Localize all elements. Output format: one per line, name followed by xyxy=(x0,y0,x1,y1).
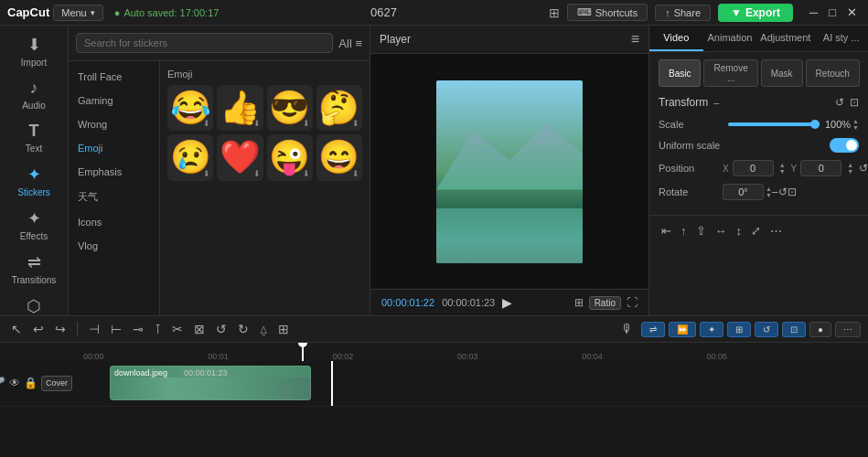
player-menu-button[interactable]: ≡ xyxy=(631,31,639,48)
uniform-scale-toggle[interactable] xyxy=(830,138,859,153)
crop-icon[interactable]: ⊞ xyxy=(574,296,584,309)
shortcuts-button[interactable]: ⌨ Shortcuts xyxy=(567,4,648,21)
filter-button[interactable]: All ≡ xyxy=(338,37,362,50)
sidebar-item-filters[interactable]: ⬡ Filters xyxy=(0,291,68,315)
tl-zoom-out-button[interactable]: ↺ xyxy=(212,320,230,338)
sticker-item-6[interactable]: 😜⬇ xyxy=(267,134,313,180)
ratio-button[interactable]: Ratio xyxy=(589,296,621,310)
tab-video[interactable]: Video xyxy=(649,26,703,51)
tl-mic-button[interactable]: 🎙 xyxy=(617,320,638,338)
subtab-basic[interactable]: Basic xyxy=(659,59,701,87)
align-v-icon[interactable]: ↕ xyxy=(734,221,745,240)
tl-split-left-button[interactable]: ⊣ xyxy=(85,320,103,338)
tab-ai-sty[interactable]: AI sty ... xyxy=(814,26,868,51)
align-left-icon[interactable]: ⇤ xyxy=(659,221,674,240)
rotate-down[interactable]: ▼ xyxy=(766,192,772,198)
tl-more-button[interactable]: ⋯ xyxy=(835,322,861,337)
track-eye-button[interactable]: 👁 xyxy=(9,377,20,389)
scale-spin-buttons: ▲ ▼ xyxy=(852,118,859,131)
sticker-item-7[interactable]: 😄⬇ xyxy=(316,134,362,180)
uniform-scale-label: Uniform scale xyxy=(659,140,720,151)
tl-mark-in-button[interactable]: ⊸ xyxy=(129,320,147,338)
sticker-nav-emoji[interactable]: Emoji xyxy=(69,136,159,160)
tl-del2-button[interactable]: ⊞ xyxy=(727,322,751,337)
sticker-item-5[interactable]: ❤️⬇ xyxy=(217,134,263,180)
copy-transform-button[interactable]: ⊡ xyxy=(850,96,859,109)
more-options-icon[interactable]: ⋯ xyxy=(767,221,785,240)
sticker-item-3[interactable]: 🤔⬇ xyxy=(316,85,362,131)
subtab-mask[interactable]: Mask xyxy=(761,59,803,87)
play-button[interactable]: ▶ xyxy=(502,295,512,310)
tl-select-button[interactable]: ↖ xyxy=(7,320,26,338)
pos-y-down[interactable]: ▼ xyxy=(847,168,853,175)
sidebar-item-stickers[interactable]: ✦ Stickers xyxy=(0,159,68,203)
cover-label[interactable]: Cover xyxy=(41,376,72,391)
position-y-input[interactable] xyxy=(800,160,841,176)
tl-split-right-button[interactable]: ⊢ xyxy=(107,320,125,338)
scale-up-button[interactable]: ▲ xyxy=(852,118,859,124)
sticker-nav-wrong[interactable]: Wrong xyxy=(69,112,159,136)
tl-redo-button[interactable]: ↪ xyxy=(51,320,70,338)
rotate-up[interactable]: ▲ xyxy=(766,186,772,192)
sticker-nav-tianqi[interactable]: 天气 xyxy=(69,184,159,210)
sidebar-item-text[interactable]: T Text xyxy=(0,116,68,159)
tl-rotate-button[interactable]: ↺ xyxy=(755,322,778,337)
tab-adjustment[interactable]: Adjustment xyxy=(756,26,814,51)
subtab-remove[interactable]: Remove ... xyxy=(703,59,757,87)
sticker-nav-gaming[interactable]: Gaming xyxy=(69,89,159,112)
pos-x-up[interactable]: ▲ xyxy=(779,162,786,168)
sticker-search-input[interactable] xyxy=(76,33,333,53)
sticker-nav-emphasis[interactable]: Emphasis xyxy=(69,160,159,184)
sidebar-item-transitions[interactable]: ⇌ Transitions xyxy=(0,247,68,291)
rotate-input[interactable] xyxy=(723,184,764,200)
distribute-h-icon[interactable]: ⤢ xyxy=(748,221,764,240)
tl-add-track-button[interactable]: ⊞ xyxy=(274,320,293,338)
tl-undo-button[interactable]: ↩ xyxy=(29,320,48,338)
scale-slider[interactable] xyxy=(728,122,820,126)
share-button[interactable]: ↑ Share xyxy=(655,5,711,21)
tl-mark-out-button[interactable]: ⊺ xyxy=(151,320,165,338)
sticker-item-2[interactable]: 😎⬇ xyxy=(267,85,313,131)
tl-zoom-in-button[interactable]: ↻ xyxy=(234,320,252,338)
sidebar-item-effects[interactable]: ✦ Effects xyxy=(0,203,68,247)
tl-fx-button[interactable]: ✦ xyxy=(700,322,723,337)
position-x-input[interactable] xyxy=(733,160,774,176)
sticker-item-1[interactable]: 👍⬇ xyxy=(217,85,263,131)
tab-animation[interactable]: Animation xyxy=(703,26,757,51)
subtab-retouch[interactable]: Retouch xyxy=(806,59,860,87)
pos-x-down[interactable]: ▼ xyxy=(779,168,786,175)
sticker-panel: All ≡ Troll Face Gaming Wrong Emoji Emph… xyxy=(69,26,370,315)
tl-speed-button[interactable]: ⏩ xyxy=(669,322,696,337)
close-button[interactable]: ✕ xyxy=(843,5,861,19)
export-button[interactable]: ▼ Export xyxy=(718,4,793,22)
sticker-item-4[interactable]: 😢⬇ xyxy=(167,134,213,180)
menu-button[interactable]: Menu xyxy=(53,5,103,21)
sticker-item-0[interactable]: 😂⬇ xyxy=(167,85,213,131)
tl-dot-button[interactable]: ● xyxy=(809,322,831,337)
rotate-copy-button[interactable]: ↺⊡ xyxy=(778,186,797,198)
align-top-icon[interactable]: ↑ xyxy=(678,221,690,240)
track-audio-button[interactable]: 🎤 xyxy=(0,377,5,389)
rotate-reset-button[interactable]: – xyxy=(772,186,778,198)
sidebar-item-import[interactable]: ⬇ Import xyxy=(0,29,68,73)
sticker-nav-icons[interactable]: Icons xyxy=(69,210,159,234)
tl-fit-button[interactable]: ⍙ xyxy=(256,320,271,338)
sidebar-item-audio[interactable]: ♪ Audio xyxy=(0,73,68,116)
tl-delete-button[interactable]: ⊠ xyxy=(190,320,209,338)
align-h-icon[interactable]: ↔ xyxy=(713,221,730,240)
video-clip[interactable]: download.jpeg 00:00:01:23 xyxy=(110,366,311,400)
reset-transform-button[interactable]: ↺ xyxy=(835,96,844,109)
pos-y-up[interactable]: ▲ xyxy=(847,162,853,168)
scale-down-button[interactable]: ▼ xyxy=(852,124,859,131)
align-center-h-icon[interactable]: ⇧ xyxy=(693,221,709,240)
reset-position-button[interactable]: ↺⊡ xyxy=(859,162,868,175)
track-lock-button[interactable]: 🔒 xyxy=(24,377,38,389)
sticker-nav-troll-face[interactable]: Troll Face xyxy=(69,65,159,89)
tl-cut-button[interactable]: ✂ xyxy=(168,320,187,338)
tl-connect-button[interactable]: ⇌ xyxy=(641,322,665,337)
restore-button[interactable]: □ xyxy=(825,5,840,19)
fullscreen-icon[interactable]: ⛶ xyxy=(627,296,638,309)
sticker-nav-vlog[interactable]: Vlog xyxy=(69,234,159,258)
tl-crop-button[interactable]: ⊡ xyxy=(782,322,806,337)
minimize-button[interactable]: ─ xyxy=(806,5,821,19)
